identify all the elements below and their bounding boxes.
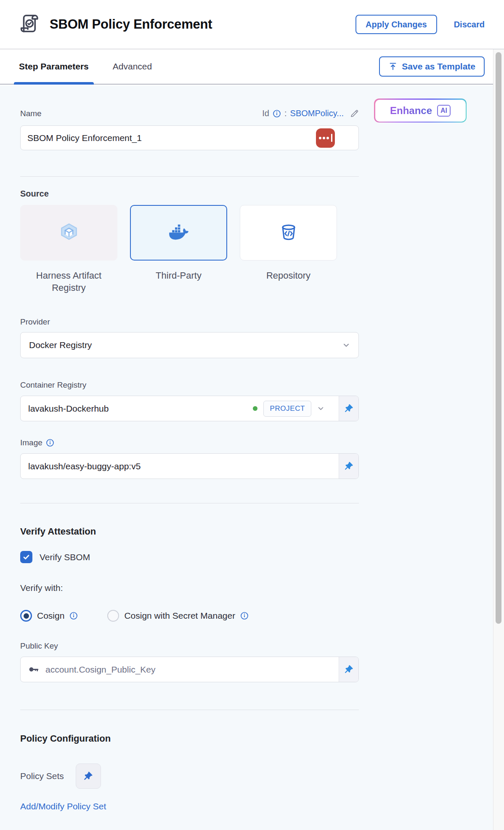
source-card-harness-artifact-registry[interactable] [20,205,117,261]
docker-whale-icon [168,222,190,244]
add-modify-policy-set-link[interactable]: Add/Modify Policy Set [20,801,106,811]
image-label: Image [20,438,42,447]
name-input[interactable]: SBOM Policy Enforcement_1 [20,125,359,150]
pushpin-icon [83,771,93,782]
verify-sbom-checkbox[interactable] [20,551,32,563]
panel-header: SBOM Policy Enforcement Apply Changes Di… [0,0,504,49]
image-input[interactable]: lavakush/easy-buggy-app:v5 [20,453,359,479]
source-options [20,205,493,261]
name-label: Name [20,109,42,118]
policy-sets-label: Policy Sets [20,771,64,781]
save-as-template-button[interactable]: Save as Template [379,56,485,77]
radio-cosign-label: Cosign [37,611,64,621]
pushpin-icon [344,404,354,414]
repository-bucket-icon [278,222,300,244]
key-icon [28,664,40,675]
checkmark-icon [22,553,30,561]
verify-attestation-heading: Verify Attestation [20,526,493,537]
public-key-label: Public Key [20,641,493,651]
step-parameters-panel: Enhance AI Name Id : SBOMPolicy... SBOM … [0,85,493,830]
source-card-repository[interactable] [240,205,337,261]
source-label-repository: Repository [240,269,337,294]
chevron-down-icon[interactable] [317,405,324,412]
upload-icon [388,62,398,71]
runtime-pin-button[interactable] [339,396,358,421]
source-option-labels: Harness Artifact Registry Third-Party Re… [20,269,493,294]
active-tab-underline [14,82,94,85]
provider-select[interactable]: Docker Registry [20,332,359,358]
image-label-row: Image [20,438,493,447]
public-key-input[interactable]: account.Cosign_Public_Key [20,657,359,682]
radio-cosign[interactable] [20,610,32,622]
tab-step-parameters[interactable]: Step Parameters [19,49,89,84]
chevron-down-icon [342,341,350,349]
scrollbar-thumb[interactable] [496,52,501,624]
divider [20,176,359,177]
verify-with-label: Verify with: [20,583,493,593]
divider [20,710,359,710]
provider-label: Provider [20,317,493,327]
ai-badge: AI [437,105,451,117]
pushpin-icon [344,665,354,675]
apply-changes-button[interactable]: Apply Changes [355,15,437,34]
divider [20,503,359,503]
connector-status-dot [253,406,257,411]
info-icon[interactable] [69,612,78,620]
scope-badge: PROJECT [263,401,311,417]
page-title: SBOM Policy Enforcement [50,17,355,32]
step-id-row: Id : SBOMPolicy... [262,109,359,118]
source-label: Source [20,189,493,199]
vertical-scrollbar[interactable] [493,49,504,830]
verify-sbom-label: Verify SBOM [40,552,90,562]
runtime-input-red-ellipsis-icon[interactable] [316,128,335,148]
container-registry-label: Container Registry [20,380,493,390]
container-registry-input[interactable]: lavakush-Dockerhub PROJECT [20,396,359,421]
discard-button[interactable]: Discard [454,20,485,29]
edit-id-pencil-icon[interactable] [350,109,359,118]
policy-sets-pin-button[interactable] [76,763,101,789]
info-icon[interactable] [240,612,249,620]
source-label-third-party: Third-Party [130,269,227,294]
tab-bar: Step Parameters Advanced Save as Templat… [0,49,504,85]
step-id-value: SBOMPolicy... [290,109,344,118]
policy-configuration-heading: Policy Configuration [20,733,493,744]
runtime-pin-button[interactable] [339,454,358,479]
pushpin-icon [344,461,354,471]
source-label-harness-artifact-registry: Harness Artifact Registry [20,269,117,294]
radio-cosign-secret-manager-label: Cosign with Secret Manager [124,611,235,621]
radio-cosign-secret-manager[interactable] [107,610,119,622]
enhance-ai-button[interactable]: Enhance AI [374,98,467,122]
source-card-third-party[interactable] [130,205,227,261]
harness-artifact-registry-icon [58,222,80,244]
runtime-pin-button[interactable] [339,657,358,682]
info-icon[interactable] [273,109,281,118]
info-icon[interactable] [46,439,54,447]
tab-advanced[interactable]: Advanced [113,49,152,84]
sbom-scroll-icon [18,12,42,37]
